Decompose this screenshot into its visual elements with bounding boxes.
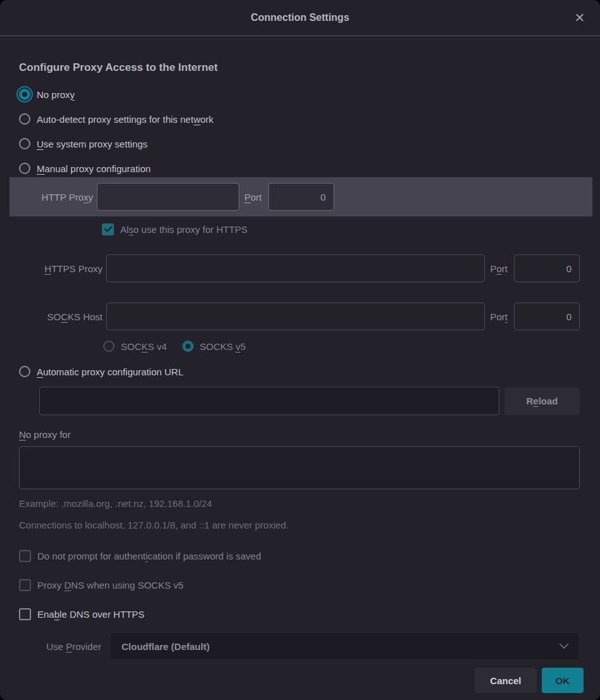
http-proxy-input[interactable] bbox=[97, 183, 239, 211]
radio-auto-detect-label: Auto-detect proxy settings for this netw… bbox=[37, 114, 213, 125]
radio-no-proxy[interactable] bbox=[19, 89, 30, 100]
dialog-footer: Cancel OK bbox=[0, 660, 600, 693]
http-proxy-row-highlight: HTTP Proxy Port bbox=[9, 177, 592, 216]
socks-host-label: SOCKS Host bbox=[19, 311, 103, 322]
http-port-label: Port bbox=[244, 192, 262, 203]
socks-host-row: SOCKS Host Port bbox=[19, 303, 580, 330]
radio-socks-v5-label: SOCKS v5 bbox=[200, 341, 246, 352]
also-https-label: Also use this proxy for HTTPS bbox=[120, 224, 247, 235]
close-icon[interactable]: ✕ bbox=[571, 9, 589, 27]
radio-manual-proxy-label: Manual proxy configuration bbox=[37, 163, 151, 174]
radio-no-proxy-label: No proxy bbox=[37, 89, 75, 100]
socks-version-row: SOCKS v4 SOCKS v5 bbox=[103, 339, 580, 354]
radio-socks-v4-label: SOCKS v4 bbox=[121, 341, 167, 352]
enable-doh-checkbox[interactable] bbox=[19, 608, 31, 620]
no-prompt-auth-row: Do not prompt for authentication if pass… bbox=[19, 548, 580, 563]
proxy-dns-label: Proxy DNS when using SOCKS v5 bbox=[37, 580, 184, 591]
radio-row-auto-detect[interactable]: Auto-detect proxy settings for this netw… bbox=[19, 111, 580, 127]
https-port-label: Port bbox=[490, 263, 508, 274]
dialog-titlebar: Connection Settings ✕ bbox=[0, 0, 600, 36]
http-port-input[interactable] bbox=[268, 183, 334, 211]
page-title: Configure Proxy Access to the Internet bbox=[19, 61, 580, 74]
cancel-button[interactable]: Cancel bbox=[475, 668, 536, 693]
https-proxy-row: HTTPS Proxy Port bbox=[19, 254, 580, 282]
no-prompt-auth-label: Do not prompt for authentication if pass… bbox=[37, 551, 261, 561]
radio-socks-v5[interactable] bbox=[182, 341, 194, 352]
no-proxy-note-text: Connections to localhost, 127.0.0.1/8, a… bbox=[19, 520, 580, 530]
no-proxy-for-textarea[interactable] bbox=[19, 446, 580, 489]
radio-row-auto-url[interactable]: Automatic proxy configuration URL bbox=[19, 364, 580, 379]
chevron-down-icon bbox=[559, 643, 569, 649]
no-proxy-for-label: No proxy for bbox=[19, 429, 580, 440]
dialog-title: Connection Settings bbox=[251, 12, 349, 23]
proxy-dns-row: Proxy DNS when using SOCKS v5 bbox=[19, 577, 580, 592]
enable-doh-label: Enable DNS over HTTPS bbox=[37, 609, 144, 620]
reload-button[interactable]: Reload bbox=[504, 387, 580, 415]
doh-provider-value: Cloudflare (Default) bbox=[122, 641, 559, 652]
radio-system-proxy[interactable] bbox=[19, 138, 30, 149]
ok-button[interactable]: OK bbox=[542, 668, 584, 693]
auto-url-input[interactable] bbox=[39, 387, 499, 415]
https-port-input[interactable] bbox=[514, 254, 580, 282]
dialog-content: Configure Proxy Access to the Internet N… bbox=[0, 36, 600, 660]
radio-row-manual-proxy[interactable]: Manual proxy configuration bbox=[19, 161, 580, 176]
https-proxy-label: HTTPS Proxy bbox=[19, 263, 103, 274]
checkmark-icon bbox=[104, 226, 112, 232]
enable-doh-row[interactable]: Enable DNS over HTTPS bbox=[19, 606, 580, 622]
connection-settings-dialog: Connection Settings ✕ Configure Proxy Ac… bbox=[0, 0, 600, 700]
socks-port-input[interactable] bbox=[514, 303, 580, 330]
also-https-row[interactable]: Also use this proxy for HTTPS bbox=[102, 222, 580, 237]
radio-row-system-proxy[interactable]: Use system proxy settings bbox=[19, 136, 580, 151]
doh-provider-select[interactable]: Cloudflare (Default) bbox=[109, 632, 580, 660]
radio-socks-v4[interactable] bbox=[103, 341, 115, 352]
radio-auto-detect[interactable] bbox=[19, 113, 30, 125]
https-proxy-input[interactable] bbox=[106, 254, 485, 282]
radio-auto-url-label: Automatic proxy configuration URL bbox=[37, 366, 184, 377]
doh-provider-row: Use Provider Cloudflare (Default) bbox=[19, 632, 580, 660]
no-proxy-example-text: Example: .mozilla.org, .net.nz, 192.168.… bbox=[19, 498, 580, 509]
radio-system-proxy-label: Use system proxy settings bbox=[37, 139, 147, 149]
radio-manual-proxy[interactable] bbox=[19, 163, 30, 174]
proxy-dns-checkbox[interactable] bbox=[19, 579, 31, 591]
socks-port-label: Port bbox=[490, 311, 508, 322]
no-prompt-auth-checkbox[interactable] bbox=[19, 550, 31, 562]
radio-auto-url[interactable] bbox=[19, 366, 30, 377]
use-provider-label: Use Provider bbox=[19, 641, 101, 652]
socks-host-input[interactable] bbox=[106, 303, 485, 330]
http-proxy-label: HTTP Proxy bbox=[19, 192, 93, 203]
radio-row-no-proxy[interactable]: No proxy bbox=[19, 87, 580, 102]
auto-url-row: Reload bbox=[39, 387, 580, 415]
also-https-checkbox[interactable] bbox=[102, 223, 114, 235]
